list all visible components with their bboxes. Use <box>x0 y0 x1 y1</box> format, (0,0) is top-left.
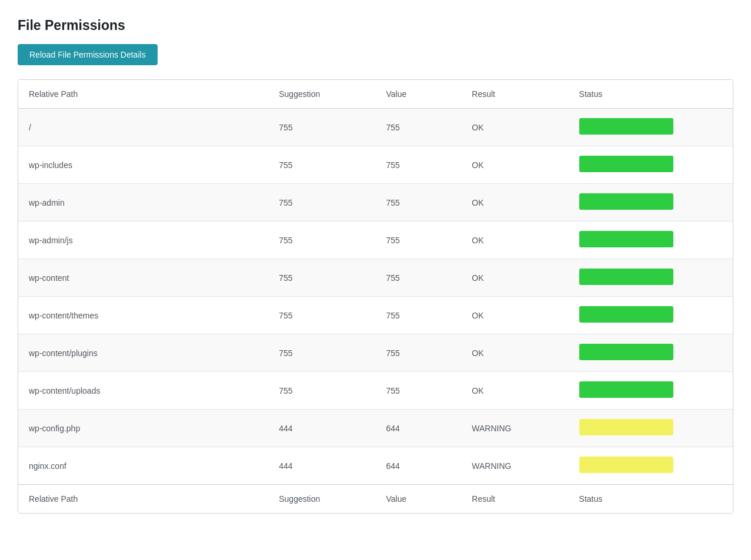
cell-suggestion: 755 <box>268 372 375 410</box>
cell-status <box>569 410 733 447</box>
cell-value: 755 <box>376 297 462 334</box>
cell-result: OK <box>461 222 568 259</box>
cell-status <box>569 259 733 297</box>
cell-value: 755 <box>376 109 462 146</box>
cell-suggestion: 755 <box>268 222 375 259</box>
cell-result: WARNING <box>461 410 568 447</box>
reload-button[interactable]: Reload File Permissions Details <box>18 44 158 65</box>
header-result: Result <box>461 80 568 109</box>
cell-status <box>569 372 733 410</box>
cell-path: wp-content/uploads <box>18 372 268 410</box>
cell-suggestion: 755 <box>268 259 375 297</box>
cell-value: 755 <box>376 146 462 184</box>
cell-value: 644 <box>376 447 462 485</box>
header-suggestion: Suggestion <box>268 80 375 109</box>
cell-path: / <box>18 109 268 146</box>
cell-status <box>569 222 733 259</box>
status-indicator <box>579 306 673 323</box>
cell-suggestion: 755 <box>268 297 375 334</box>
cell-value: 755 <box>376 372 462 410</box>
cell-value: 644 <box>376 410 462 447</box>
page-title: File Permissions <box>18 18 733 33</box>
cell-value: 755 <box>376 259 462 297</box>
table-row: wp-admin/js755755OK <box>18 222 733 259</box>
table-row: wp-includes755755OK <box>18 146 733 184</box>
cell-path: nginx.conf <box>18 447 268 485</box>
cell-path: wp-includes <box>18 146 268 184</box>
cell-path: wp-content/plugins <box>18 334 268 372</box>
table-footer-row: Relative Path Suggestion Value Result St… <box>18 485 733 514</box>
footer-path: Relative Path <box>18 485 268 514</box>
footer-status: Status <box>569 485 733 514</box>
table-row: wp-content/themes755755OK <box>18 297 733 334</box>
cell-path: wp-admin/js <box>18 222 268 259</box>
cell-status <box>569 146 733 184</box>
cell-path: wp-content/themes <box>18 297 268 334</box>
cell-path: wp-content <box>18 259 268 297</box>
cell-result: OK <box>461 109 568 146</box>
cell-suggestion: 755 <box>268 334 375 372</box>
table-header-row: Relative Path Suggestion Value Result St… <box>18 80 733 109</box>
cell-result: OK <box>461 297 568 334</box>
footer-suggestion: Suggestion <box>268 485 375 514</box>
status-indicator <box>579 457 673 473</box>
status-indicator <box>579 118 673 135</box>
cell-value: 755 <box>376 334 462 372</box>
status-indicator <box>579 231 673 247</box>
footer-value: Value <box>376 485 462 514</box>
cell-status <box>569 109 733 146</box>
cell-suggestion: 444 <box>268 447 375 485</box>
status-indicator <box>579 269 673 285</box>
status-indicator <box>579 344 673 360</box>
cell-value: 755 <box>376 184 462 222</box>
table-row: wp-content/uploads755755OK <box>18 372 733 410</box>
cell-result: WARNING <box>461 447 568 485</box>
status-indicator <box>579 381 673 398</box>
header-status: Status <box>569 80 733 109</box>
footer-result: Result <box>461 485 568 514</box>
header-path: Relative Path <box>18 80 268 109</box>
cell-suggestion: 755 <box>268 109 375 146</box>
cell-result: OK <box>461 146 568 184</box>
cell-suggestion: 444 <box>268 410 375 447</box>
cell-suggestion: 755 <box>268 146 375 184</box>
cell-suggestion: 755 <box>268 184 375 222</box>
cell-status <box>569 184 733 222</box>
cell-result: OK <box>461 184 568 222</box>
table-row: /755755OK <box>18 109 733 146</box>
status-indicator <box>579 156 673 172</box>
table-row: wp-content755755OK <box>18 259 733 297</box>
cell-value: 755 <box>376 222 462 259</box>
permissions-table-wrapper: Relative Path Suggestion Value Result St… <box>18 79 733 514</box>
cell-status <box>569 297 733 334</box>
cell-result: OK <box>461 259 568 297</box>
permissions-table: Relative Path Suggestion Value Result St… <box>18 80 733 513</box>
table-row: wp-content/plugins755755OK <box>18 334 733 372</box>
cell-result: OK <box>461 334 568 372</box>
cell-result: OK <box>461 372 568 410</box>
table-row: nginx.conf444644WARNING <box>18 447 733 485</box>
cell-status <box>569 334 733 372</box>
cell-path: wp-config.php <box>18 410 268 447</box>
cell-status <box>569 447 733 485</box>
status-indicator <box>579 419 673 435</box>
header-value: Value <box>376 80 462 109</box>
cell-path: wp-admin <box>18 184 268 222</box>
status-indicator <box>579 193 673 210</box>
table-row: wp-admin755755OK <box>18 184 733 222</box>
table-row: wp-config.php444644WARNING <box>18 410 733 447</box>
table-body: /755755OKwp-includes755755OKwp-admin7557… <box>18 109 733 485</box>
